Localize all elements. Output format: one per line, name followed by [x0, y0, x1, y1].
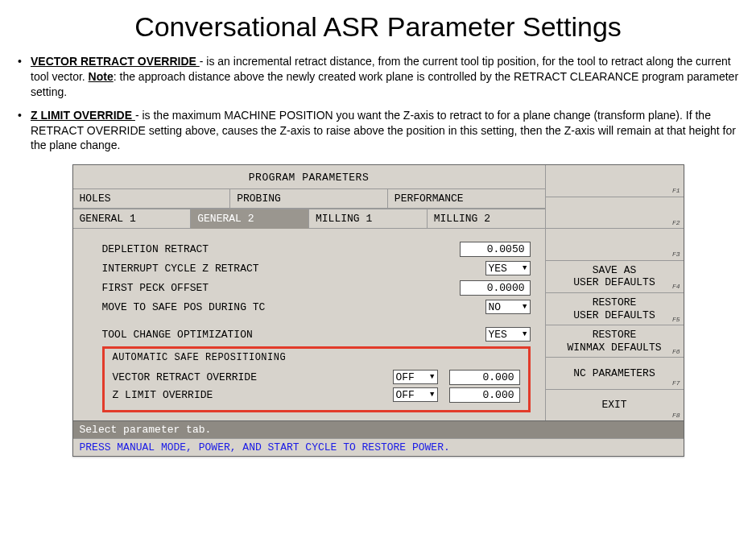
fkey-nc-parameters[interactable]: NC PARAMETERSF7: [546, 358, 684, 389]
input-z-limit-override[interactable]: 0.000: [449, 387, 520, 403]
definition-item: VECTOR RETRACT OVERRIDE - is an incremen…: [16, 54, 740, 100]
note-label: Note: [89, 70, 114, 83]
fkey-restore-user-defaults[interactable]: RESTORE USER DEFAULTSF5: [546, 293, 684, 325]
page-title: Conversational ASR Parameter Settings: [16, 11, 740, 43]
select-z-limit-override[interactable]: OFF▼: [393, 387, 438, 402]
fkey-label: SAVE AS USER DEFAULTS: [573, 264, 655, 289]
fkey-code: F5: [672, 316, 680, 324]
label-z-limit-override: Z LIMIT OVERRIDE: [113, 389, 393, 401]
select-vector-retract-override[interactable]: OFF▼: [393, 370, 438, 384]
fkey-code: F2: [672, 219, 680, 227]
tab-milling-1[interactable]: MILLING 1: [309, 209, 428, 229]
select-value: OFF: [396, 389, 415, 401]
tabs-row-2: GENERAL 1 GENERAL 2 MILLING 1 MILLING 2: [73, 209, 545, 229]
select-interrupt-cycle[interactable]: YES▼: [485, 261, 531, 275]
tab-milling-2[interactable]: MILLING 2: [428, 209, 545, 229]
fkey-restore-winmax-defaults[interactable]: RESTORE WINMAX DEFAULTSF6: [546, 325, 684, 358]
cnc-panel: PROGRAM PARAMETERS HOLES PROBING PERFORM…: [72, 164, 684, 457]
term-z-limit: Z LIMIT OVERRIDE: [31, 109, 135, 122]
status-bar-grey: Select parameter tab.: [73, 420, 684, 438]
status-bar-blue: PRESS MANUAL MODE, POWER, AND START CYCL…: [73, 438, 684, 456]
chevron-down-icon: ▼: [430, 391, 434, 399]
function-key-column: F1 F2 F3 SAVE AS USER DEFAULTSF4 RESTORE…: [545, 165, 684, 420]
label-depletion-retract: DEPLETION RETRACT: [102, 243, 460, 255]
input-depletion-retract[interactable]: 0.0050: [460, 242, 531, 257]
label-first-peck-offset: FIRST PECK OFFSET: [102, 282, 460, 294]
term-vector-retract: VECTOR RETRACT OVERRIDE: [31, 55, 200, 68]
fkey-save-as-user-defaults[interactable]: SAVE AS USER DEFAULTSF4: [546, 261, 684, 293]
tab-content: DEPLETION RETRACT 0.0050 INTERRUPT CYCLE…: [73, 229, 545, 420]
select-move-safe-pos[interactable]: NO▼: [485, 300, 531, 314]
fkey-code: F8: [672, 412, 680, 420]
status-grey-text: Select parameter tab.: [80, 424, 677, 436]
select-tool-change-opt[interactable]: YES▼: [485, 327, 531, 342]
fkey-label: EXIT: [601, 399, 626, 412]
fkey-code: F6: [672, 348, 680, 356]
chevron-down-icon: ▼: [523, 330, 527, 338]
chevron-down-icon: ▼: [523, 303, 527, 311]
chevron-down-icon: ▼: [523, 264, 527, 272]
tab-performance[interactable]: PERFORMANCE: [388, 189, 545, 209]
label-interrupt-cycle: INTERRUPT CYCLE Z RETRACT: [102, 263, 485, 275]
tab-holes[interactable]: HOLES: [73, 189, 231, 209]
fkey-label: RESTORE USER DEFAULTS: [573, 296, 655, 321]
fkey-f3[interactable]: F3: [546, 229, 684, 260]
fkey-f1[interactable]: F1: [546, 165, 684, 197]
fkey-label: NC PARAMETERS: [573, 367, 655, 380]
panel-header: PROGRAM PARAMETERS: [73, 165, 545, 188]
label-move-safe-pos: MOVE TO SAFE POS DURING TC: [102, 301, 485, 313]
tab-general-2[interactable]: GENERAL 2: [191, 209, 309, 229]
select-value: YES: [489, 329, 507, 341]
chevron-down-icon: ▼: [430, 373, 434, 381]
label-tool-change-opt: TOOL CHANGE OPTIMIZATION: [102, 329, 485, 341]
input-first-peck-offset[interactable]: 0.0000: [460, 280, 531, 296]
status-blue-text: PRESS MANUAL MODE, POWER, AND START CYCL…: [80, 441, 677, 453]
tab-probing[interactable]: PROBING: [230, 189, 388, 209]
fkey-code: F7: [672, 379, 680, 387]
definition-body-2: : the approach distance above the newly …: [31, 70, 738, 98]
tab-general-1[interactable]: GENERAL 1: [73, 209, 192, 229]
asr-legend: AUTOMATIC SAFE REPOSITIONING: [113, 352, 520, 363]
label-vector-retract-override: VECTOR RETRACT OVERRIDE: [113, 371, 393, 383]
fkey-f2[interactable]: F2: [546, 197, 684, 229]
tabs-row-1: HOLES PROBING PERFORMANCE: [73, 188, 545, 209]
definition-item: Z LIMIT OVERRIDE - is the maximum MACHIN…: [16, 108, 740, 154]
fkey-exit[interactable]: EXITF8: [546, 390, 684, 420]
input-vector-retract-override[interactable]: 0.000: [449, 370, 520, 385]
fkey-code: F4: [672, 283, 680, 291]
fkey-code: F3: [672, 251, 680, 259]
fkey-label: RESTORE WINMAX DEFAULTS: [567, 329, 661, 354]
select-value: NO: [489, 301, 502, 313]
definition-list: VECTOR RETRACT OVERRIDE - is an incremen…: [16, 54, 740, 153]
fkey-code: F1: [672, 187, 680, 195]
select-value: OFF: [396, 371, 415, 383]
asr-group: AUTOMATIC SAFE REPOSITIONING VECTOR RETR…: [102, 346, 531, 412]
select-value: YES: [489, 263, 507, 275]
